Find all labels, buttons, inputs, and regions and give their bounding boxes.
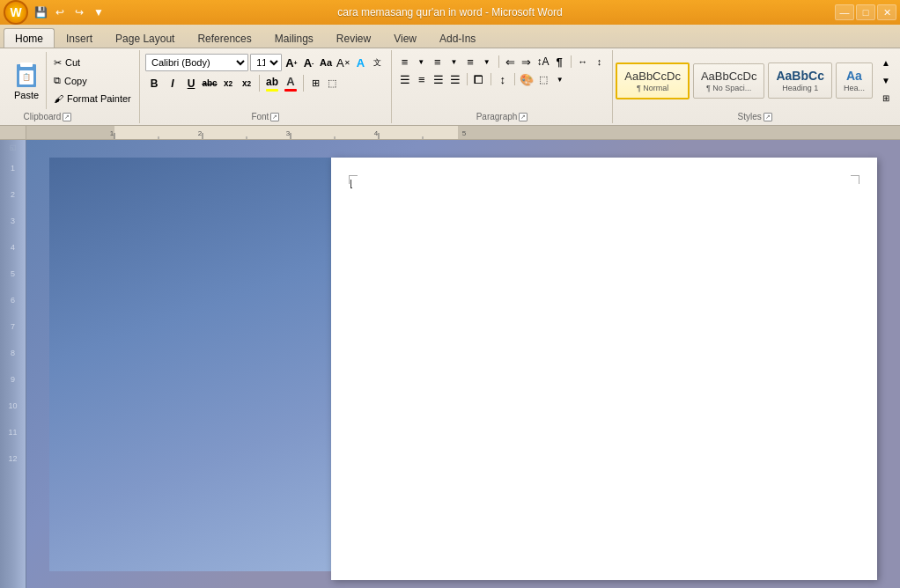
tab-review[interactable]: Review [325,28,382,48]
align-left-button[interactable]: ☰ [397,71,413,87]
font-group: Calibri (Body) 11 A+ A- Aa A✕ A 文 B I [140,50,392,123]
multilevel-button[interactable]: ≡ [462,54,478,70]
clipboard-sub-buttons: ✂ Cut ⧉ Copy 🖌 Format Painter [47,52,138,109]
corner-mark-tr [851,175,859,184]
customize-button[interactable]: ▼ [90,4,107,21]
ruler-corner [0,126,26,139]
show-formatting-button[interactable]: ¶ [551,54,567,70]
separator2 [303,75,304,92]
ribbon: Home Insert Page Layout References Maili… [0,25,900,126]
style-heading2[interactable]: Aa Hea... [836,62,873,99]
font-size-select[interactable]: 11 [250,54,282,71]
ribbon-tabs: Home Insert Page Layout References Maili… [0,25,900,48]
redo-button[interactable]: ↪ [70,4,88,21]
maximize-button[interactable]: □ [856,4,875,20]
svg-text:1: 1 [110,129,114,137]
style-heading2-label: Hea... [844,84,865,92]
font-shrink-button[interactable]: A- [301,55,317,70]
ruler-corner-icon: ◱ [10,143,17,151]
decrease-indent-button[interactable]: ⇐ [503,54,519,70]
style-scroll-up[interactable]: ▲ [878,55,894,71]
rtl-button[interactable]: ↕ [592,54,608,70]
tab-page-layout[interactable]: Page Layout [104,28,186,48]
align-center-button[interactable]: ≡ [414,71,430,87]
columns-button[interactable]: ⧠ [471,71,487,87]
title-bar: W 💾 ↩ ↪ ▼ cara memasang qur'an in word -… [0,0,900,25]
text-effects-button[interactable]: A [353,55,369,70]
shading-para-button[interactable]: 🎨 [519,71,535,87]
style-no-spacing[interactable]: AaBbCcDc ¶ No Spaci... [693,63,765,99]
sort-button[interactable]: ↕A [535,54,551,70]
clear-formatting-button[interactable]: A✕ [336,55,351,70]
separator1 [259,75,260,92]
minimize-button[interactable]: — [835,4,854,20]
line-spacing-button[interactable]: ↕ [495,71,511,87]
style-no-spacing-label: ¶ No Spaci... [701,84,757,92]
style-normal[interactable]: AaBbCcDc ¶ Normal [616,62,690,99]
bullets-dropdown[interactable]: ▼ [413,54,429,70]
font-expand[interactable]: ↗ [270,113,279,121]
subscript-button[interactable]: x2 [219,75,237,92]
styles-expand[interactable]: ↗ [764,113,772,121]
style-no-spacing-sample: AaBbCcDc [701,70,757,83]
bold-button[interactable]: B [145,75,163,92]
cut-button[interactable]: ✂ Cut [50,55,135,70]
cut-icon: ✂ [54,57,62,69]
document-area[interactable] [26,140,900,588]
shading-button[interactable]: ⬚ [324,76,340,92]
style-scroll-down[interactable]: ▼ [878,73,894,89]
bullets-button[interactable]: ≡ [397,54,413,70]
window-controls: — □ ✕ [835,4,896,20]
style-normal-sample: AaBbCcDc [624,70,681,83]
justify-button[interactable]: ☰ [447,71,463,87]
undo-button[interactable]: ↩ [51,4,69,21]
change-case-button[interactable]: Aa [318,55,334,70]
numbering-button[interactable]: ≡ [430,54,446,70]
separator4 [571,55,572,68]
border-dropdown[interactable]: ▼ [552,71,568,87]
border-button[interactable]: ⊞ [307,76,323,92]
format-painter-button[interactable]: 🖌 Format Painter [50,92,135,106]
underline-button[interactable]: U [182,75,200,92]
main-area: ◱ 1 2 3 4 5 6 7 8 9 10 11 12 [0,140,900,588]
office-button[interactable]: W [4,0,28,25]
style-gallery-controls: ▲ ▼ ⊞ [878,55,894,107]
tab-add-ins[interactable]: Add-Ins [428,28,487,48]
vertical-ruler: ◱ 1 2 3 4 5 6 7 8 9 10 11 12 [0,140,26,588]
superscript-button[interactable]: x2 [238,75,255,92]
clipboard-group: 📋 Paste ✂ Cut ⧉ [4,50,140,123]
paragraph-group-label: Paragraph [476,112,518,121]
font-grow-button[interactable]: A+ [284,55,299,70]
numbering-dropdown[interactable]: ▼ [446,54,462,70]
italic-button[interactable]: I [164,75,181,92]
clipboard-expand[interactable]: ↗ [63,113,71,121]
tab-mailings[interactable]: Mailings [263,28,325,48]
svg-rect-1 [26,126,114,139]
tab-insert[interactable]: Insert [55,28,104,48]
font-name-select[interactable]: Calibri (Body) [145,54,248,71]
ltr-button[interactable]: ↔ [575,54,591,70]
strikethrough-button[interactable]: abc [201,75,218,92]
phonetic-guide-button[interactable]: 文 [370,55,386,70]
copy-button[interactable]: ⧉ Copy [50,73,135,88]
separator7 [514,73,515,85]
multilevel-dropdown[interactable]: ▼ [479,54,495,70]
close-button[interactable]: ✕ [877,4,896,20]
paste-button[interactable]: 📋 Paste [7,52,47,109]
tab-home[interactable]: Home [4,28,55,48]
paragraph-expand[interactable]: ↗ [519,113,527,121]
border-para-button[interactable]: ⬚ [535,71,551,87]
separator3 [498,55,499,68]
ruler-numbers: 1 2 3 4 5 6 7 8 9 10 11 12 [8,155,17,472]
document-page[interactable] [331,158,877,580]
increase-indent-button[interactable]: ⇒ [519,54,535,70]
highlight-button[interactable]: ab [263,74,281,93]
style-more[interactable]: ⊞ [878,91,894,107]
tab-references[interactable]: References [186,28,262,48]
tab-view[interactable]: View [382,28,428,48]
align-right-button[interactable]: ☰ [431,71,446,87]
style-heading1[interactable]: AaBbCc Heading 1 [768,62,831,99]
font-color-button[interactable]: A [282,73,299,93]
window-title: cara memasang qur'an in word - Microsoft… [337,6,563,18]
save-button[interactable]: 💾 [32,4,49,21]
